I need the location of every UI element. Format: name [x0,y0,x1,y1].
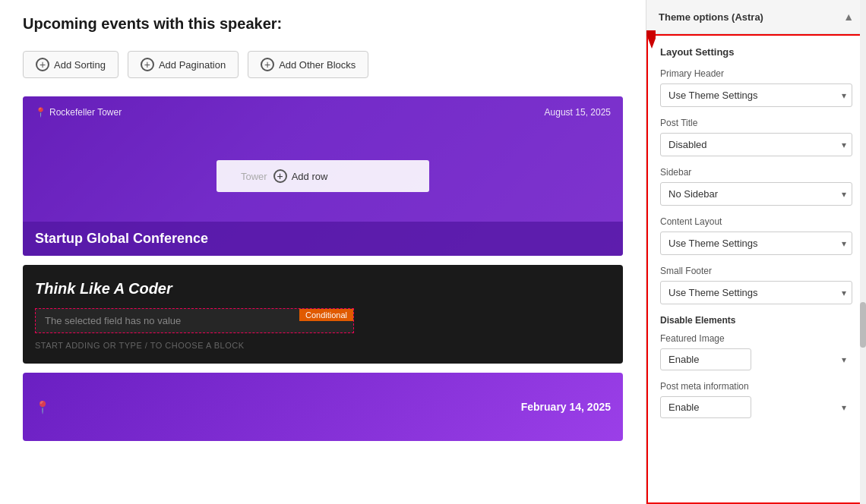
section-heading: Layout Settings [660,46,852,58]
location-pin-icon: 📍 [35,107,46,118]
sidebar-select-wrapper: No Sidebar Left Sidebar Right Sidebar ▾ [660,182,852,206]
post-meta-field: Post meta information Enable Disable ▾ [660,381,852,418]
sidebar-select[interactable]: No Sidebar Left Sidebar Right Sidebar [660,182,852,206]
scrollbar-track [860,0,866,504]
event-title-bar: Startup Global Conference [23,222,623,256]
content-layout-field: Content Layout Use Theme Settings Normal… [660,216,852,255]
featured-image-label: Featured Image [660,333,852,344]
event-location: 📍 Rockefeller Tower [35,107,122,118]
location-icon-card3: 📍 [35,400,50,414]
add-other-blocks-icon: + [261,58,274,71]
post-meta-label: Post meta information [660,381,852,392]
featured-image-select-wrapper: Enable Disable ▾ [660,348,852,370]
sidebar-field: Sidebar No Sidebar Left Sidebar Right Si… [660,167,852,206]
content-layout-select[interactable]: Use Theme Settings Normal Narrow [660,232,852,255]
right-panel: Theme options (Astra) ▲ Layout Settings … [646,0,866,504]
content-layout-label: Content Layout [660,216,852,227]
event-card-3: 📍 February 14, 2025 [23,373,623,441]
add-sorting-icon: + [36,58,49,71]
post-meta-chevron-icon: ▾ [842,402,846,413]
post-title-select[interactable]: Use Theme Settings Disabled Enabled [660,133,852,156]
event-card-1: 📍 Rockefeller Tower August 15, 2025 Towe… [23,96,623,256]
post-title-select-wrapper: Use Theme Settings Disabled Enabled ▾ [660,133,852,156]
page-title: Upcoming events with this speaker: [23,15,623,33]
small-footer-select[interactable]: Use Theme Settings Enabled Disabled [660,281,852,304]
post-title-field: Post Title Use Theme Settings Disabled E… [660,118,852,156]
featured-image-select[interactable]: Enable Disable [660,348,751,370]
left-panel: Upcoming events with this speaker: + Add… [0,0,646,504]
scrollbar-thumb [860,302,866,348]
add-sorting-button[interactable]: + Add Sorting [23,51,119,78]
disable-elements-heading: Disable Elements [660,315,852,326]
settings-section: Layout Settings Primary Header Use Theme… [646,34,866,504]
primary-header-field: Primary Header Use Theme Settings Enable… [660,68,852,107]
theme-options-title: Theme options (Astra) [659,11,763,23]
add-row-button[interactable]: + Add row [273,169,328,183]
small-footer-label: Small Footer [660,266,852,276]
featured-image-chevron-icon: ▾ [842,354,846,365]
theme-options-header[interactable]: Theme options (Astra) ▲ [646,0,866,34]
add-other-blocks-button[interactable]: + Add Other Blocks [248,51,368,78]
content-layout-select-wrapper: Use Theme Settings Normal Narrow ▾ [660,232,852,255]
event-date: August 15, 2025 [545,107,611,118]
sidebar-label: Sidebar [660,167,852,178]
conditional-badge: Conditional [299,309,353,321]
no-value-field: The selected field has no value Conditio… [35,308,354,333]
red-arrow-indicator [646,20,656,52]
event-top-bar: 📍 Rockefeller Tower August 15, 2025 [23,96,623,124]
event-card-2: Think Like A Coder The selected field ha… [23,265,623,364]
add-pagination-button[interactable]: + Add Pagination [128,51,239,78]
post-title-label: Post Title [660,118,852,128]
post-meta-select[interactable]: Enable Disable [660,396,751,418]
featured-image-field: Featured Image Enable Disable ▾ [660,333,852,370]
post-meta-select-wrapper: Enable Disable ▾ [660,396,852,418]
small-footer-field: Small Footer Use Theme Settings Enabled … [660,266,852,304]
add-pagination-icon: + [141,58,154,71]
toolbar: + Add Sorting + Add Pagination + Add Oth… [23,51,623,78]
small-footer-select-wrapper: Use Theme Settings Enabled Disabled ▾ [660,281,852,304]
collapse-icon: ▲ [843,11,854,23]
add-row-overlay: Tower + Add row [216,160,429,192]
primary-header-label: Primary Header [660,68,852,79]
primary-header-select-wrapper: Use Theme Settings Enabled Disabled ▾ [660,83,852,107]
primary-header-select[interactable]: Use Theme Settings Enabled Disabled [660,83,852,107]
